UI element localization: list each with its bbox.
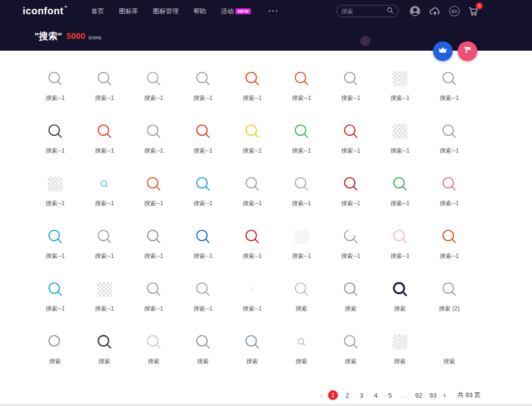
crown-icon xyxy=(438,47,447,56)
grid-item[interactable]: 搜索--1 xyxy=(178,117,228,170)
grid-item[interactable]: 搜索 xyxy=(277,275,326,328)
grid-item[interactable]: 搜索--1 xyxy=(228,64,277,117)
search-icon[interactable] xyxy=(387,7,394,16)
page-button-93[interactable]: 93 xyxy=(428,390,438,400)
grid-item[interactable]: 搜索--1 xyxy=(31,275,80,328)
grid-item[interactable]: 搜索--1 xyxy=(80,222,129,275)
grid-item-label: 搜索--1 xyxy=(46,147,65,155)
cart-icon[interactable]: 0 xyxy=(468,6,479,17)
grid-item[interactable]: 搜索--1 xyxy=(425,170,474,222)
grid-item[interactable]: 搜索--1 xyxy=(375,117,425,170)
magnifier-icon xyxy=(31,275,80,304)
grid-item[interactable]: 搜索 xyxy=(31,328,80,380)
grid-item[interactable]: 搜索 (2) xyxy=(425,275,474,328)
grid-item[interactable]: 搜索--1 xyxy=(375,64,425,117)
grid-item[interactable]: 搜索--1 xyxy=(129,275,178,328)
nav-item-icon-library[interactable]: 图标库 xyxy=(119,7,138,16)
grid-item[interactable]: 搜索 xyxy=(326,275,375,328)
user-avatar-icon[interactable] xyxy=(409,5,421,17)
grid-item[interactable]: 搜索--1 xyxy=(228,222,277,275)
grid-item[interactable]: 搜索--1 xyxy=(277,117,326,170)
page-button-5[interactable]: 5 xyxy=(385,390,395,400)
grid-item[interactable]: 搜索 xyxy=(178,328,228,380)
nav-item-home[interactable]: 首页 xyxy=(91,7,104,16)
grid-item[interactable]: 搜索--1 xyxy=(425,64,474,117)
more-menu-icon[interactable]: ••• xyxy=(268,8,279,15)
grid-item-label: 搜索--1 xyxy=(292,252,311,260)
grid-item[interactable]: 搜索 xyxy=(425,328,474,380)
grid-item[interactable]: 搜索--1 xyxy=(277,170,326,222)
grid-item[interactable]: 搜索--1 xyxy=(375,170,425,222)
grid-item[interactable]: 搜索--1 xyxy=(326,64,375,117)
grid-item[interactable]: 搜索--1 xyxy=(326,117,375,170)
magnifier-icon xyxy=(326,275,375,304)
vip-crown-button[interactable] xyxy=(433,41,453,61)
page-button-3[interactable]: 3 xyxy=(357,390,366,400)
grid-item[interactable]: 搜索--1 xyxy=(129,170,178,222)
grid-item[interactable]: 搜索--1 xyxy=(80,170,129,222)
grid-item[interactable]: 搜索--1 xyxy=(425,117,474,170)
grid-item[interactable]: 搜索--1 xyxy=(31,64,80,117)
grid-item[interactable]: 搜索--1 xyxy=(31,170,80,222)
logo[interactable]: iconfont + xyxy=(23,5,67,17)
grid-item[interactable]: 搜索--1 xyxy=(228,117,277,170)
grid-item[interactable]: 搜索 xyxy=(129,328,178,380)
grid-item-label: 搜索--1 xyxy=(341,252,361,260)
grid-item[interactable]: 搜索 xyxy=(326,328,375,380)
page-button-1[interactable]: 1 xyxy=(328,390,338,400)
grid-item-label: 搜索--1 xyxy=(391,252,410,260)
checker-placeholder-icon xyxy=(31,170,80,198)
grid-item-label: 搜索 xyxy=(99,357,110,366)
grid-item[interactable]: 搜索--1 xyxy=(178,275,228,328)
magnifier-icon xyxy=(80,117,129,146)
nav-item-activity[interactable]: 活动 NEW xyxy=(221,7,251,16)
grid-item[interactable]: 搜索 xyxy=(277,328,326,380)
magnifier-icon xyxy=(425,275,474,304)
grid-item-label: 搜索--1 xyxy=(440,147,459,155)
grid-item[interactable]: 搜索--1 xyxy=(326,222,375,275)
grid-item[interactable]: 搜索--1 xyxy=(375,222,425,275)
grid-item[interactable]: 搜索 xyxy=(375,328,425,380)
batch-style-button[interactable] xyxy=(458,41,477,61)
grid-item[interactable]: 搜索--1 xyxy=(277,222,326,275)
grid-item[interactable]: 搜索--1 xyxy=(228,275,277,328)
magnifier-icon xyxy=(425,328,474,356)
grid-item[interactable]: 搜索--1 xyxy=(31,222,80,275)
grid-item-label: 搜索--1 xyxy=(194,94,213,102)
grid-item[interactable]: 搜索--1 xyxy=(129,222,178,275)
next-page-icon[interactable]: › xyxy=(442,391,447,400)
grid-item[interactable]: 搜索 xyxy=(80,328,129,380)
page-button-2[interactable]: 2 xyxy=(342,390,352,400)
icon-results-grid: 搜索--1搜索--1搜索--1搜索--1搜索--1搜索--1搜索--1搜索--1… xyxy=(31,64,474,380)
grid-item-label: 搜索--1 xyxy=(144,147,164,155)
grid-item[interactable]: 搜索--1 xyxy=(178,222,228,275)
grid-item[interactable]: 搜索--1 xyxy=(425,222,474,275)
magnifier-icon xyxy=(80,222,129,251)
language-icon[interactable]: En xyxy=(449,6,460,16)
grid-item[interactable]: 搜索--1 xyxy=(178,64,228,117)
prev-page-icon[interactable]: ‹ xyxy=(319,391,324,400)
magnifier-icon xyxy=(375,275,425,304)
search-input[interactable] xyxy=(341,8,387,15)
grid-item[interactable]: 搜索--1 xyxy=(326,170,375,222)
nav-item-help[interactable]: 帮助 xyxy=(193,7,206,16)
grid-item[interactable]: 搜索--1 xyxy=(228,170,277,222)
page-button-4[interactable]: 4 xyxy=(371,390,381,400)
grid-item[interactable]: 搜索--1 xyxy=(277,64,326,117)
grid-item[interactable]: 搜索--1 xyxy=(31,117,80,170)
grid-item[interactable]: 搜索 xyxy=(228,328,277,380)
grid-item[interactable]: 搜索--1 xyxy=(80,64,129,117)
grid-item[interactable]: 搜索--1 xyxy=(129,117,178,170)
magnifier-icon xyxy=(129,170,178,198)
grid-item[interactable]: 搜索 xyxy=(375,275,425,328)
upload-cloud-icon[interactable] xyxy=(429,6,441,16)
grid-item[interactable]: 搜索--1 xyxy=(80,117,129,170)
grid-item-label: 搜索--1 xyxy=(292,147,311,155)
grid-item[interactable]: 搜索--1 xyxy=(129,64,178,117)
nav-item-icon-manage[interactable]: 图标管理 xyxy=(153,7,178,16)
page-button-92[interactable]: 92 xyxy=(414,390,424,400)
magnifier-icon xyxy=(178,117,228,146)
magnifier-icon xyxy=(326,222,375,251)
grid-item[interactable]: 搜索--1 xyxy=(178,170,228,222)
grid-item[interactable]: 搜索--1 xyxy=(80,275,129,328)
